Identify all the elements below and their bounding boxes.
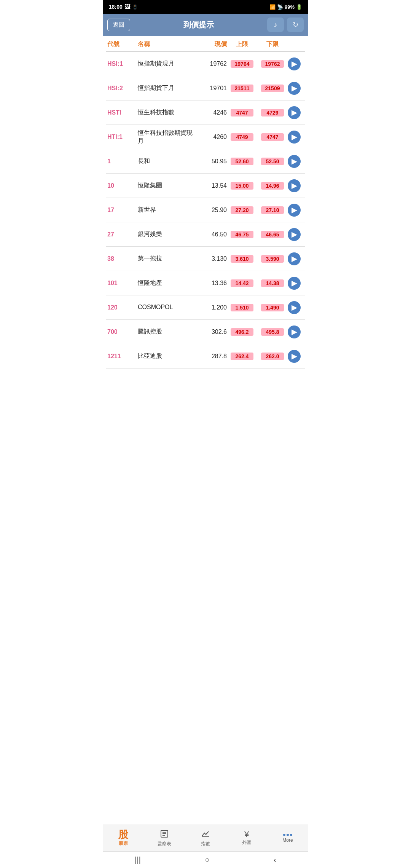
- row-price: 19762: [196, 61, 227, 67]
- row-lower: 27.10: [257, 206, 288, 214]
- lower-badge: 27.10: [261, 206, 284, 214]
- row-action[interactable]: ▶: [288, 277, 304, 290]
- detail-button[interactable]: ▶: [288, 228, 301, 241]
- row-name: 恆生科技指數: [138, 108, 196, 116]
- detail-button[interactable]: ▶: [288, 82, 301, 95]
- row-lower: 14.38: [257, 279, 288, 287]
- system-back-button[interactable]: ‹: [266, 854, 284, 866]
- row-upper: 27.20: [227, 206, 257, 214]
- row-action[interactable]: ▶: [288, 131, 304, 144]
- row-lower: 1.490: [257, 304, 288, 311]
- back-button[interactable]: 返回: [107, 19, 130, 31]
- row-upper: 21511: [227, 85, 257, 92]
- row-upper: 14.42: [227, 279, 257, 287]
- row-price: 50.95: [196, 158, 227, 165]
- nav-item-index[interactable]: 指數: [185, 825, 226, 851]
- row-name: 長和: [138, 157, 196, 165]
- wifi-icon: 📶: [269, 4, 276, 10]
- row-lower: 495.8: [257, 328, 288, 336]
- table-row: 101 恆隆地產 13.36 14.42 14.38 ▶: [106, 271, 305, 295]
- lower-badge: 4747: [261, 133, 284, 141]
- table-row: HSI:1 恆指期貨現月 19762 19764 19762 ▶: [106, 52, 305, 76]
- system-home-button[interactable]: ○: [197, 854, 217, 866]
- refresh-icon: ↻: [293, 21, 298, 29]
- row-price: 19701: [196, 85, 227, 92]
- upper-badge: 21511: [231, 85, 253, 92]
- row-action[interactable]: ▶: [288, 228, 304, 241]
- lower-badge: 14.38: [261, 279, 284, 287]
- lower-badge: 4729: [261, 109, 284, 116]
- row-action[interactable]: ▶: [288, 204, 304, 217]
- photo-icon: 🖼: [125, 4, 130, 10]
- detail-button[interactable]: ▶: [288, 155, 301, 168]
- row-action[interactable]: ▶: [288, 82, 304, 95]
- row-name: 恆隆集團: [138, 182, 196, 190]
- refresh-button[interactable]: ↻: [287, 18, 304, 32]
- upper-badge: 4749: [231, 133, 253, 141]
- chevron-right-icon: ▶: [292, 206, 297, 214]
- detail-button[interactable]: ▶: [288, 131, 301, 144]
- row-action[interactable]: ▶: [288, 155, 304, 168]
- row-action[interactable]: ▶: [288, 350, 304, 363]
- row-lower: 46.65: [257, 231, 288, 238]
- upper-badge: 15.00: [231, 182, 253, 190]
- header-lower: 下限: [257, 40, 288, 48]
- upper-badge: 496.2: [231, 328, 253, 336]
- detail-button[interactable]: ▶: [288, 106, 301, 119]
- chevron-right-icon: ▶: [292, 328, 297, 336]
- upper-badge: 3.610: [231, 255, 253, 263]
- table-row: 27 銀河娛樂 46.50 46.75 46.65 ▶: [106, 222, 305, 247]
- row-action[interactable]: ▶: [288, 106, 304, 119]
- detail-button[interactable]: ▶: [288, 350, 301, 363]
- lower-badge: 14.96: [261, 182, 284, 190]
- detail-button[interactable]: ▶: [288, 252, 301, 265]
- battery-icon: 🔋: [296, 4, 302, 10]
- row-code: 120: [107, 304, 138, 311]
- price-alert-table: 代號 名稱 現價 上限 下限 HSI:1 恆指期貨現月 19762 19764 …: [103, 36, 308, 825]
- music-button[interactable]: ♪: [267, 18, 284, 32]
- row-action[interactable]: ▶: [288, 179, 304, 192]
- table-row: 38 第一拖拉 3.130 3.610 3.590 ▶: [106, 247, 305, 271]
- detail-button[interactable]: ▶: [288, 301, 301, 314]
- table-body: HSI:1 恆指期貨現月 19762 19764 19762 ▶ HSI:2 恆…: [106, 52, 305, 369]
- detail-button[interactable]: ▶: [288, 204, 301, 217]
- brand-icon: 📱: [132, 5, 138, 10]
- row-action[interactable]: ▶: [288, 57, 304, 70]
- header-price: 現價: [196, 40, 227, 48]
- row-upper: 46.75: [227, 231, 257, 238]
- row-code: 1211: [107, 353, 138, 360]
- stocks-icon: 股: [118, 830, 128, 839]
- nav-item-stocks[interactable]: 股 股票: [103, 825, 144, 851]
- row-price: 25.90: [196, 207, 227, 214]
- table-row: 10 恆隆集團 13.54 15.00 14.96 ▶: [106, 174, 305, 198]
- page-title: 到價提示: [130, 20, 267, 30]
- nav-item-watchlist[interactable]: 監察表: [144, 825, 185, 851]
- detail-button[interactable]: ▶: [288, 57, 301, 70]
- row-action[interactable]: ▶: [288, 301, 304, 314]
- row-action[interactable]: ▶: [288, 326, 304, 338]
- home-icon: ○: [205, 855, 209, 864]
- row-name: 第一拖拉: [138, 255, 196, 263]
- chevron-right-icon: ▶: [292, 60, 297, 68]
- chevron-right-icon: ▶: [292, 352, 297, 361]
- detail-button[interactable]: ▶: [288, 326, 301, 338]
- row-upper: 4747: [227, 109, 257, 116]
- row-code: HTI:1: [107, 133, 138, 140]
- detail-button[interactable]: ▶: [288, 277, 301, 290]
- detail-button[interactable]: ▶: [288, 179, 301, 192]
- row-name: 恆隆地產: [138, 279, 196, 287]
- row-price: 287.8: [196, 353, 227, 360]
- system-menu-button[interactable]: |||: [127, 854, 148, 866]
- nav-label-index: 指數: [201, 841, 210, 847]
- music-icon: ♪: [274, 21, 277, 29]
- row-action[interactable]: ▶: [288, 252, 304, 265]
- row-code: HSI:2: [107, 85, 138, 92]
- table-row: 120 COSMOPOL 1.200 1.510 1.490 ▶: [106, 295, 305, 320]
- row-lower: 3.590: [257, 255, 288, 263]
- header: 返回 到價提示 ♪ ↻: [103, 14, 308, 36]
- signal-icon: 📡: [277, 4, 283, 10]
- row-upper: 15.00: [227, 182, 257, 190]
- nav-item-forex[interactable]: ¥ 外匯: [226, 825, 267, 851]
- nav-item-more[interactable]: More: [267, 825, 308, 851]
- more-dots-icon: [283, 834, 292, 836]
